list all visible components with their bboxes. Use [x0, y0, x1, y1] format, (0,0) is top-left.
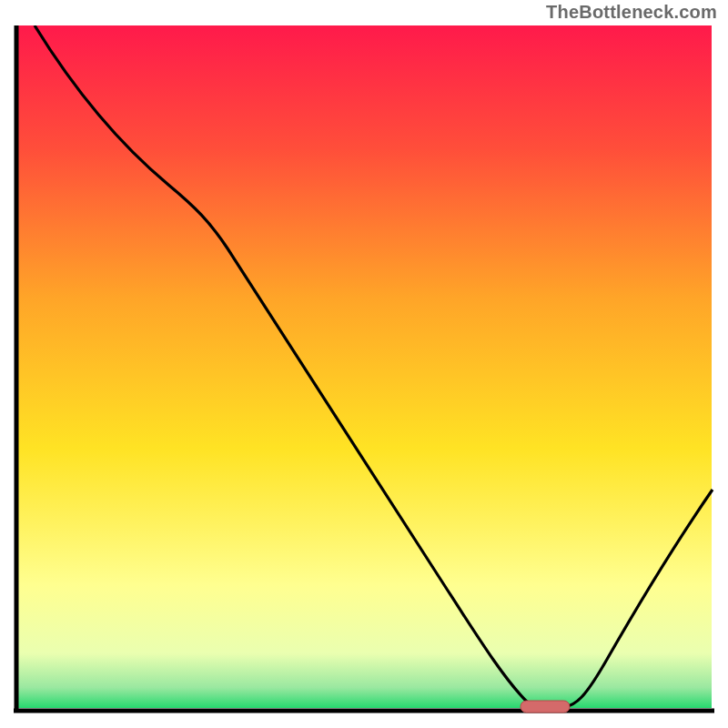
attribution-text: TheBottleneck.com — [546, 2, 717, 23]
chart-svg — [14, 25, 714, 714]
gradient-field — [16, 25, 712, 708]
optimum-marker — [521, 701, 570, 713]
chart-container: TheBottleneck.com — [0, 0, 728, 728]
plot-area — [14, 25, 714, 714]
